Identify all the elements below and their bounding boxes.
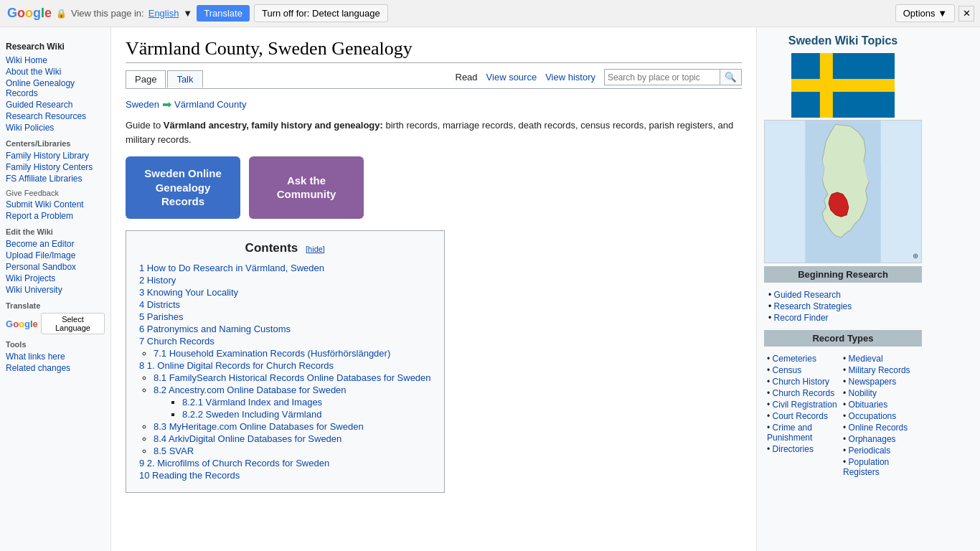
tab-talk[interactable]: Talk (167, 70, 202, 88)
contents-link[interactable]: 8.4 ArkivDigital Online Databases for Sw… (154, 433, 341, 444)
online-records-link[interactable]: Online Records (849, 423, 908, 433)
sidebar-guided-research[interactable]: Guided Research (6, 99, 105, 110)
google-logo: Google (7, 6, 52, 21)
contents-link[interactable]: 1 How to Do Research in Värmland, Sweden (139, 263, 324, 273)
list-item: 8.2.2 Sweden Including Värmland (182, 409, 431, 420)
list-item: Directories (767, 444, 843, 454)
court-records-link[interactable]: Court Records (773, 411, 828, 421)
sidebar-upload-file[interactable]: Upload File/Image (6, 250, 105, 261)
close-bar-button[interactable]: ✕ (958, 6, 974, 22)
tab-actions: Read View source View history 🔍 (456, 69, 743, 88)
options-button[interactable]: Options ▼ (895, 4, 955, 22)
church-records-link[interactable]: Church Records (773, 388, 835, 398)
sidebar-personal-sandbox[interactable]: Personal Sandbox (6, 261, 105, 273)
record-col-2: Medieval Military Records Newspapers Nob… (843, 352, 919, 479)
contents-link[interactable]: 6 Patronymics and Naming Customs (139, 324, 291, 334)
sidebar-wiki-home[interactable]: Wiki Home (6, 55, 105, 66)
contents-link[interactable]: 8.1 FamilySearch Historical Records Onli… (154, 372, 431, 383)
contents-link[interactable]: 8.2.2 Sweden Including Värmland (182, 409, 321, 420)
list-item: Nobility (843, 388, 919, 398)
medieval-link[interactable]: Medieval (849, 354, 883, 364)
list-item: Online Records (843, 423, 919, 433)
sidebar-research-resources[interactable]: Research Resources (6, 110, 105, 122)
research-strategies-link[interactable]: Research Strategies (774, 301, 852, 311)
contents-link[interactable]: 5 Parishes (139, 311, 183, 322)
ask-community-button[interactable]: Ask the Community (249, 156, 364, 219)
sidebar-become-editor[interactable]: Become an Editor (6, 238, 105, 250)
sidebar-fhc[interactable]: Family History Centers (6, 161, 105, 173)
sidebar-fhl[interactable]: Family History Library (6, 150, 105, 161)
military-records-link[interactable]: Military Records (849, 365, 910, 375)
contents-link[interactable]: 8 1. Online Digital Records for Church R… (139, 360, 334, 371)
sweden-flag (764, 53, 922, 118)
breadcrumb-back-link[interactable]: Sweden (126, 99, 159, 110)
search-input[interactable] (605, 71, 720, 84)
contents-link[interactable]: 4 Districts (139, 299, 180, 310)
sidebar-what-links-here[interactable]: What links here (6, 351, 105, 362)
occupations-link[interactable]: Occupations (849, 411, 897, 421)
census-link[interactable]: Census (773, 365, 802, 375)
contents-hide-link[interactable]: [hide] (306, 245, 325, 253)
tab-page[interactable]: Page (126, 70, 166, 88)
contents-link[interactable]: 8.3 MyHeritage.com Online Databases for … (154, 421, 364, 432)
action-view-history[interactable]: View history (545, 72, 595, 83)
sidebar-wiki-university[interactable]: Wiki University (6, 284, 105, 296)
breadcrumb-current[interactable]: Värmland County (174, 99, 246, 110)
record-finder-link[interactable]: Record Finder (774, 313, 829, 323)
civil-registration-link[interactable]: Civil Registration (773, 400, 837, 410)
select-language-button[interactable]: Select Language (41, 313, 105, 334)
population-registers-link[interactable]: Population Registers (843, 457, 889, 477)
sidebar-report-problem[interactable]: Report a Problem (6, 210, 105, 222)
contents-link[interactable]: 10 Reading the Records (139, 470, 240, 481)
language-link[interactable]: English (149, 8, 179, 19)
contents-link[interactable]: 3 Knowing Your Locality (139, 287, 238, 298)
list-item: 6 Patronymics and Naming Customs (139, 324, 431, 334)
contents-link[interactable]: 7 Church Records (139, 336, 215, 347)
sidebar-about-wiki[interactable]: About the Wiki (6, 66, 105, 77)
turnoff-button[interactable]: Turn off for: Detect language (254, 4, 388, 22)
sidebar-wiki-projects[interactable]: Wiki Projects (6, 273, 105, 284)
orphanages-link[interactable]: Orphanages (849, 434, 896, 444)
search-button[interactable]: 🔍 (720, 70, 741, 85)
church-history-link[interactable]: Church History (773, 377, 829, 387)
contents-sub-list: 8.1 FamilySearch Historical Records Onli… (154, 372, 431, 456)
directories-link[interactable]: Directories (773, 444, 814, 454)
action-buttons: Sweden Online Genealogy Records Ask the … (126, 156, 742, 219)
tools-label: Tools (6, 340, 105, 349)
sidebar-submit-wiki[interactable]: Submit Wiki Content (6, 199, 105, 210)
contents-link[interactable]: 2 History (139, 275, 176, 286)
sidebar-wiki-policies[interactable]: Wiki Policies (6, 122, 105, 133)
action-view-source[interactable]: View source (486, 72, 537, 83)
sidebar-related-changes[interactable]: Related changes (6, 362, 105, 374)
sweden-map-svg (765, 121, 921, 263)
contents-link[interactable]: 8.2 Ancestry.com Online Database for Swe… (154, 385, 347, 395)
guided-research-link[interactable]: Guided Research (774, 290, 841, 300)
cemeteries-link[interactable]: Cemeteries (773, 354, 816, 364)
sidebar-fs-affiliate[interactable]: FS Affiliate Libraries (6, 173, 105, 184)
genealogy-records-button[interactable]: Sweden Online Genealogy Records (126, 156, 240, 219)
periodicals-link[interactable]: Periodicals (849, 446, 891, 456)
contents-link[interactable]: 8.5 SVAR (154, 446, 194, 456)
contents-link[interactable]: 8.2.1 Värmland Index and Images (182, 397, 322, 408)
translate-button[interactable]: Translate (197, 5, 250, 22)
action-read: Read (456, 72, 478, 83)
crime-punishment-link[interactable]: Crime and Punishment (767, 423, 812, 443)
obituaries-link[interactable]: Obituaries (849, 400, 888, 410)
map-expand-icon[interactable]: ⊕ (913, 252, 918, 260)
contents-link[interactable]: 9 2. Microfilms of Church Records for Sw… (139, 458, 329, 468)
sidebar-online-genealogy[interactable]: Online Genealogy Records (6, 77, 105, 99)
list-item: Record Finder (768, 313, 918, 323)
record-col-1: Cemeteries Census Church History Church … (767, 352, 843, 479)
tab-search-box[interactable]: 🔍 (604, 69, 742, 85)
list-item: 9 2. Microfilms of Church Records for Sw… (139, 458, 431, 468)
list-item: 8.2 Ancestry.com Online Database for Swe… (154, 385, 431, 420)
google-small-logo: Google (6, 319, 38, 329)
svg-rect-2 (791, 79, 895, 92)
list-item: 8.5 SVAR (154, 446, 431, 456)
contents-sub-list: 7.1 Household Examination Records (Husfö… (154, 348, 431, 359)
contents-link[interactable]: 7.1 Household Examination Records (Husfö… (154, 348, 390, 359)
list-item: 10 Reading the Records (139, 470, 431, 481)
nobility-link[interactable]: Nobility (849, 388, 877, 398)
wiki-topics-title: Sweden Wiki Topics (764, 34, 922, 47)
newspapers-link[interactable]: Newspapers (849, 377, 897, 387)
